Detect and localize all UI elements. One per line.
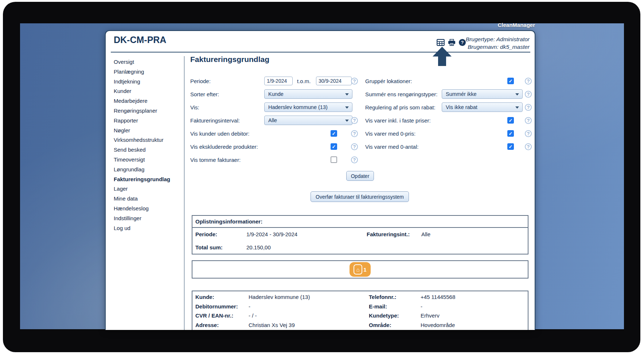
periode-from-input[interactable] [264,77,293,85]
omrade-label: Område: [369,321,421,329]
summary-interval-label: Faktureringsint.: [367,230,421,238]
user-name-label: Brugernavn: dk5_master [466,43,530,51]
vis-tomme-row: Vis tomme fakturaer: ? [190,153,358,166]
tom-label: t.o.m. [297,78,311,84]
help-icon[interactable]: ? [525,143,532,150]
chevron-down-icon [515,106,519,109]
adresse-value-line1: Christian Xs Vej 39 [249,321,369,329]
periode-to-input[interactable] [316,77,352,85]
debitor-value: - [249,303,369,311]
sidebar-item-log-ud[interactable]: Log ud [114,223,181,233]
help-icon[interactable]: ? [525,117,532,124]
summary-total-label: Total sum: [195,244,246,252]
nulantal-label: Vis varer med 0-antal: [365,144,418,150]
kunde-value: Haderslev kommune (13) [249,293,369,301]
kundetype-label: Kundetype: [369,312,421,320]
filter-form-left: Periode: t.o.m. ? Sorter efter: Kunde Vi… [190,74,358,166]
home-icon: ⌂ [354,264,362,275]
sorter-label: Sorter efter: [190,91,219,97]
sidebar-item-timeoversigt[interactable]: Timeoversigt [114,155,181,165]
sidebar-divider [184,56,184,330]
kundetype-value: Erhverv [421,312,528,320]
grupper-row: Gruppér lokationer: ? [365,74,532,87]
update-button[interactable]: Opdater [346,171,374,181]
help-icon[interactable]: ? [525,78,532,85]
email-label: E-mail: [369,303,421,311]
periode-row: Periode: t.o.m. ? [190,74,358,87]
summary-total-value: 20.150,00 [246,244,367,252]
telefon-value: +45 11445568 [421,293,528,301]
grupper-label: Gruppér lokationer: [365,78,412,84]
location-group-box: ⌂ 1 [192,260,528,279]
summary-row-periode: Periode: 1/9-2024 - 30/9-2024 Fakturerin… [192,228,528,241]
sidebar-item-noegler[interactable]: Nøgler [114,126,181,136]
faste-label: Vis varer inkl. i faste priser: [365,117,431,124]
vis-tomme-checkbox[interactable] [331,156,337,163]
invoice-grid-icon[interactable] [437,39,445,46]
grupper-checkbox[interactable] [507,78,514,84]
regulering-value: Vis ikke rabat [446,104,477,110]
sidebar-item-faktureringsgrundlag[interactable]: Faktureringsgrundlag [114,175,181,184]
sidebar-item-rapporter[interactable]: Rapporter [114,116,181,126]
sidebar-item-planlaegning[interactable]: Planlægning [114,67,181,77]
help-icon[interactable]: ? [351,78,358,85]
header-divider [111,52,530,52]
sidebar-item-lager[interactable]: Lager [114,184,181,194]
vis-row: Vis: Haderslev kommune (13) [190,101,358,114]
sidebar-item-indstillinger[interactable]: Indstillinger [114,214,181,223]
help-icon[interactable]: ? [351,143,358,150]
vis-label: Vis: [190,104,199,110]
vis-value: Haderslev kommune (13) [268,104,328,110]
summer-row: Summér ens rengøringstyper: Summér ikke … [365,87,532,101]
summer-dropdown[interactable]: Summér ikke [442,89,523,99]
nulantal-checkbox[interactable] [507,143,514,150]
faste-checkbox[interactable] [507,117,514,124]
sidebar-item-oversigt[interactable]: Oversigt [114,57,181,67]
location-count: 1 [363,267,366,273]
vis-eksk-checkbox[interactable] [331,143,337,150]
vis-kunder-label: Vis kunder uden debitor: [190,131,249,137]
sidebar-item-send-besked[interactable]: Send besked [114,145,181,155]
summary-periode-label: Periode: [195,230,246,238]
summary-row-total: Total sum: 20.150,00 [192,241,528,254]
email-value: - [421,303,528,311]
help-icon[interactable]: ? [351,130,358,137]
customer-row: Adresse: Christian Xs Vej 39 Område: Hov… [192,320,528,330]
interval-dropdown[interactable]: Alle [264,116,352,125]
nulpris-checkbox[interactable] [507,130,514,137]
help-icon[interactable]: ? [351,117,358,124]
help-icon[interactable]: ? [525,104,532,111]
summer-value: Summér ikke [446,91,477,97]
adresse-label: Adresse: [195,321,249,329]
help-icon[interactable]: ? [351,156,358,163]
sidebar-item-kunder[interactable]: Kunder [114,86,181,96]
sidebar-item-rengoeringsplaner[interactable]: Rengøringsplaner [114,106,181,116]
nulpris-row: Vis varer med 0-pris: ? [365,127,532,140]
help-icon[interactable]: ? [525,91,532,98]
location-group-button[interactable]: ⌂ 1 [350,262,371,277]
vis-dropdown[interactable]: Haderslev kommune (13) [264,102,352,112]
sidebar-item-mine-data[interactable]: Mine data [114,194,181,204]
faste-row: Vis varer inkl. i faste priser: ? [365,114,532,127]
summary-periode-value: 1/9-2024 - 30/9-2024 [246,230,367,238]
customer-row: Kunde: Haderslev kommune (13) Telefonnr.… [192,291,528,302]
sorter-value: Kunde [268,91,284,97]
kunde-label: Kunde: [195,293,249,301]
regulering-dropdown[interactable]: Vis ikke rabat [442,102,523,112]
sidebar-item-virksomhedsstruktur[interactable]: Virksomhedsstruktur [114,135,181,145]
sidebar-item-indtjekning[interactable]: Indtjekning [114,77,181,87]
summary-interval-value: Alle [421,230,528,238]
transfer-invoices-button[interactable]: Overfør fakturaer til faktureringssystem [311,191,409,202]
sidebar-item-loengrundlag[interactable]: Løngrundlag [114,165,181,175]
sorter-dropdown[interactable]: Kunde [264,89,352,99]
customer-box: Kunde: Haderslev kommune (13) Telefonnr.… [192,291,528,330]
sidebar-item-medarbejdere[interactable]: Medarbejdere [114,96,181,106]
help-icon[interactable]: ? [525,130,532,137]
customer-row: CVR / EAN-nr.: - / - Kundetype: Erhverv [192,311,528,320]
sidebar-item-haendelseslog[interactable]: Hændelseslog [114,204,181,214]
customer-row: Debitornummer: - E-mail: - [192,302,528,311]
print-icon[interactable] [448,39,456,46]
help-icon[interactable]: ? [459,39,466,46]
vis-kunder-checkbox[interactable] [331,130,337,137]
chevron-down-icon [515,93,519,96]
